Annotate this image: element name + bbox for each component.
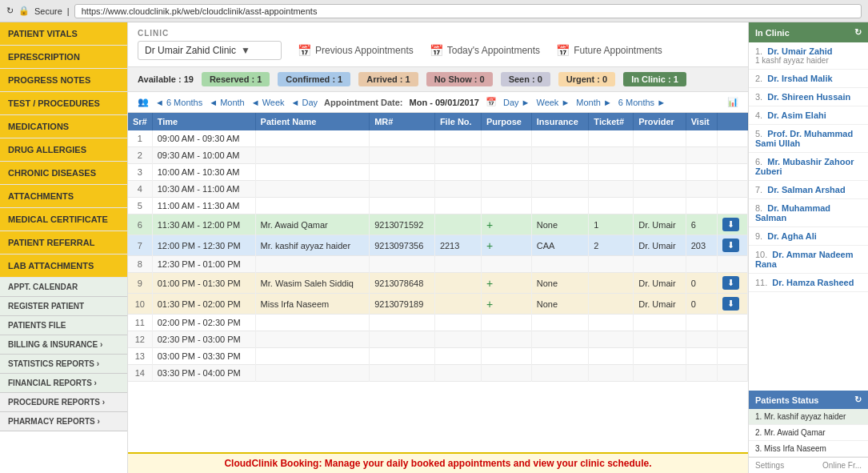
nav-6months-right[interactable]: 6 Months ► [618,98,666,107]
file-cell [434,315,481,331]
download-button[interactable]: ⬇ [722,239,739,252]
purpose-plus-icon[interactable]: + [486,239,493,252]
sidebar-item-patient-referral[interactable]: PATIENT REFERRAL [0,231,127,255]
sr-cell: 12 [128,331,152,348]
file-cell [434,147,481,164]
sidebar-item-lab-attachments[interactable]: LAB ATTACHMENTS [0,255,127,278]
sidebar-item-chronic-diseases[interactable]: CHRONIC DISEASES [0,162,127,185]
purpose-plus-icon[interactable]: + [486,277,493,290]
doctor-list-item[interactable]: 10. Dr. Ammar Nadeem Rana [749,246,868,274]
sidebar-item-procedure-reports[interactable]: PROCEDURE REPORTS › [0,393,127,412]
sidebar-item-medications[interactable]: MEDICATIONS [0,115,127,138]
provider-cell [634,315,686,331]
doctor-list-item[interactable]: 4. Dr. Asim Elahi [749,106,868,125]
download-button[interactable]: ⬇ [722,218,739,231]
sidebar-item-financial-reports[interactable]: FINANCIAL REPORTS › [0,374,127,393]
table-row[interactable]: 611:30 AM - 12:00 PMMr. Awaid Qamar92130… [128,214,748,235]
refresh-icon[interactable]: ↻ [854,27,862,38]
doctor-list-item[interactable]: 11. Dr. Hamza Rasheed [749,274,868,292]
noshow-badge: No Show : 0 [426,72,493,86]
purpose-plus-icon[interactable]: + [486,218,493,231]
sidebar-item-billing-insurance[interactable]: BILLING & INSURANCE › [0,335,127,355]
time-cell: 02:30 PM - 03:00 PM [152,331,255,348]
sidebar-item-test-procedures[interactable]: TEST / PROCEDURES [0,92,127,115]
sidebar-item-attachments[interactable]: ATTACHMENTS [0,185,127,208]
ticket-cell [589,164,634,181]
sidebar-item-progress-notes[interactable]: PROGRESS NOTES [0,69,127,92]
table-row[interactable]: 1403:30 PM - 04:00 PM [128,365,748,382]
previous-appointments-btn[interactable]: 📅 Previous Appointments [298,44,414,57]
doctor-list-item[interactable]: 7. Dr. Salman Arshad [749,181,868,199]
download-button[interactable]: ⬇ [722,276,739,290]
sidebar-item-medical-certificate[interactable]: MEDICAL CERTIFICATE [0,208,127,231]
col-sr: Sr# [128,113,152,130]
sidebar-item-eprescription[interactable]: EPRESCRIPTION [0,46,127,69]
sidebar-item-drug-allergies[interactable]: DRUG ALLERGIES [0,138,127,162]
nav-month-right[interactable]: Month ► [576,98,612,107]
future-appointments-btn[interactable]: 📅 Future Appointments [556,44,662,57]
download-cell: ⬇ [718,294,748,315]
nav-day-right[interactable]: Day ► [503,98,530,107]
status-patient-item[interactable]: 3. Miss Irfa Naseem [749,441,868,457]
table-row[interactable]: 1001:30 PM - 02:00 PMMiss Irfa Naseem921… [128,294,748,315]
sr-cell: 13 [128,348,152,365]
sr-cell: 14 [128,365,152,382]
sidebar-item-appt-calendar[interactable]: APPT. CALENDAR [0,278,127,297]
doctor-list-item[interactable]: 1. Dr. Umair Zahid1 kashf ayyaz haider [749,42,868,70]
patient-name-cell [255,256,370,273]
sidebar-item-statistics-reports[interactable]: STATISTICS REPORTS › [0,355,127,374]
nav-month-left[interactable]: ◄ Month [209,98,245,107]
status-patient-item[interactable]: 2. Mr. Awaid Qamar [749,425,868,441]
table-row[interactable]: 109:00 AM - 09:30 AM [128,130,748,147]
purpose-plus-icon[interactable]: + [486,298,493,311]
sidebar-item-patient-vitals[interactable]: PATIENT VITALS [0,22,127,46]
nav-6months-left[interactable]: ◄ 6 Months [155,98,202,107]
status-patient-item[interactable]: 1. Mr. kashif ayyaz haider [749,409,868,425]
doctor-name: Prof. Dr. Muhammad Sami Ullah [755,129,853,148]
doctor-list-item[interactable]: 2. Dr. Irshad Malik [749,70,868,88]
insurance-cell: None [531,214,589,235]
ticket-cell [589,348,634,365]
download-button[interactable]: ⬇ [722,297,739,311]
file-cell [434,365,481,382]
doctor-list-item[interactable]: 3. Dr. Shireen Hussain [749,88,868,106]
today-appointments-btn[interactable]: 📅 Today's Appointments [430,44,540,57]
visit-cell [686,147,718,164]
sr-cell: 9 [128,273,152,294]
table-row[interactable]: 1202:30 PM - 03:00 PM [128,331,748,348]
refresh-icon[interactable]: ↻ [6,6,14,16]
table-row[interactable]: 1303:00 PM - 03:30 PM [128,348,748,365]
doctor-list-item[interactable]: 8. Dr. Muhammad Salman [749,199,868,227]
table-row[interactable]: 712:00 PM - 12:30 PMMr. kashif ayyaz hai… [128,235,748,256]
table-row[interactable]: 410:30 AM - 11:00 AM [128,181,748,198]
doctor-name: Dr. Ammar Nadeem Rana [755,250,853,269]
clinic-select[interactable]: Dr Umair Zahid Clinic ▼ [138,41,282,60]
sidebar-item-pharmacy-reports[interactable]: PHARMACY REPORTS › [0,412,127,431]
table-row[interactable]: 1102:00 PM - 02:30 PM [128,315,748,331]
url-bar[interactable]: https://www.cloudclinik.pk/web/cloudclin… [74,4,862,18]
nav-week-left[interactable]: ◄ Week [251,98,285,107]
refresh-status-icon[interactable]: ↻ [854,395,862,405]
sr-cell: 4 [128,181,152,198]
table-row[interactable]: 812:30 PM - 01:00 PM [128,256,748,273]
table-row[interactable]: 901:00 PM - 01:30 PMMr. Wasim Saleh Sidd… [128,273,748,294]
ticket-cell [589,256,634,273]
sidebar-item-register-patient[interactable]: REGISTER PATIENT [0,297,127,316]
file-cell [434,294,481,315]
doctor-list-item[interactable]: 6. Mr. Mubashir Zahoor Zuberi [749,153,868,181]
doctor-list-item[interactable]: 9. Dr. Agha Ali [749,227,868,246]
nav-day-left[interactable]: ◄ Day [291,98,318,107]
doctor-list-item[interactable]: 5. Prof. Dr. Muhammad Sami Ullah [749,125,868,153]
calendar-icon[interactable]: 📅 [486,97,497,107]
table-row[interactable]: 310:00 AM - 10:30 AM [128,164,748,181]
download-cell [718,147,748,164]
nav-week-right[interactable]: Week ► [536,98,570,107]
urgent-badge: Urgent : 0 [558,72,615,86]
insurance-cell [531,164,589,181]
calendar-nav: 👥 ◄ 6 Months ◄ Month ◄ Week ◄ Day Appoin… [128,92,748,113]
col-file: File No. [434,113,481,130]
table-row[interactable]: 209:30 AM - 10:00 AM [128,147,748,164]
settings-link[interactable]: Settings [755,461,784,470]
table-row[interactable]: 511:00 AM - 11:30 AM [128,198,748,214]
sidebar-item-patients-file[interactable]: PATIENTS FILE [0,316,127,335]
